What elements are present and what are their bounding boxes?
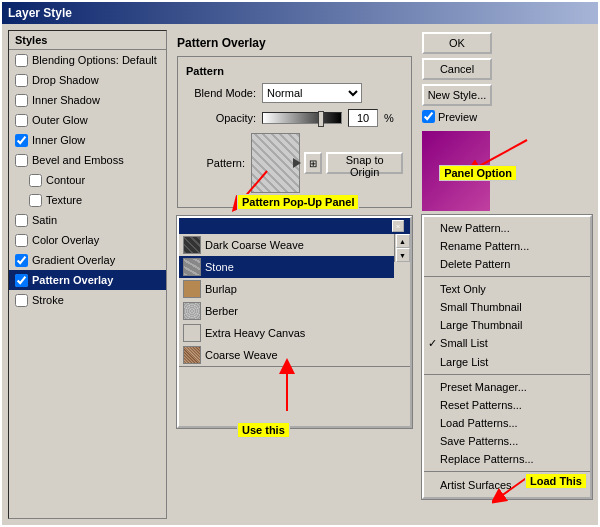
thumb-dark	[183, 236, 201, 254]
style-item-satin[interactable]: Satin	[9, 210, 166, 230]
pattern-row: Pattern: ⊞ Snap to Origin	[186, 133, 403, 193]
scroll-up-button[interactable]: ▲	[396, 234, 410, 248]
blend-mode-select[interactable]: Normal	[262, 83, 362, 103]
menu-item-new-pattern[interactable]: New Pattern...	[424, 219, 590, 237]
menu-item-save-patterns[interactable]: Save Patterns...	[424, 432, 590, 450]
texture-checkbox[interactable]	[29, 194, 42, 207]
popup-close-button[interactable]: ×	[392, 220, 404, 232]
thumb-stone	[183, 258, 201, 276]
preview-checkbox[interactable]	[422, 110, 435, 123]
style-item-gradient-overlay[interactable]: Gradient Overlay	[9, 250, 166, 270]
style-label: Stroke	[32, 294, 64, 306]
make-default-button[interactable]: ⊞	[304, 152, 323, 174]
right-buttons: OK Cancel New Style... Preview	[422, 30, 492, 123]
cursor-icon: ↖	[564, 478, 574, 492]
menu-item-artist-surfaces[interactable]: Artist Surfaces ↖	[424, 475, 590, 495]
style-item-blending[interactable]: Blending Options: Default	[9, 50, 166, 70]
style-item-pattern-overlay[interactable]: Pattern Overlay	[9, 270, 166, 290]
pattern-preview-swatch[interactable]	[251, 133, 300, 193]
popup-item-burlap[interactable]: Burlap	[179, 278, 394, 300]
dropdown-arrow-icon	[293, 158, 301, 168]
menu-item-rename-pattern[interactable]: Rename Pattern...	[424, 237, 590, 255]
stroke-checkbox[interactable]	[15, 294, 28, 307]
popup-scrollbar[interactable]: ▲ ▼	[394, 234, 410, 262]
menu-item-reset-patterns[interactable]: Reset Patterns...	[424, 396, 590, 414]
new-style-button[interactable]: New Style...	[422, 84, 492, 106]
popup-item-label: Stone	[205, 261, 234, 273]
inner-shadow-checkbox[interactable]	[15, 94, 28, 107]
outer-glow-checkbox[interactable]	[15, 114, 28, 127]
thumb-berber	[183, 302, 201, 320]
style-label: Blending Options: Default	[32, 54, 157, 66]
preview-label: Preview	[438, 111, 477, 123]
popup-item-berber[interactable]: Berber	[179, 300, 394, 322]
style-item-texture[interactable]: Texture	[9, 190, 166, 210]
opacity-slider[interactable]	[262, 112, 342, 124]
right-panel: OK Cancel New Style... Preview Panel Opt…	[422, 30, 592, 519]
menu-item-small-thumbnail[interactable]: Small Thumbnail	[424, 298, 590, 316]
window-title: Layer Style	[8, 6, 72, 20]
popup-item-stone[interactable]: Stone	[179, 256, 394, 278]
thumb-canvas	[183, 324, 201, 342]
menu-item-delete-pattern[interactable]: Delete Pattern	[424, 255, 590, 273]
style-label: Outer Glow	[32, 114, 88, 126]
thumb-weave	[183, 346, 201, 364]
style-item-inner-shadow[interactable]: Inner Shadow	[9, 90, 166, 110]
menu-item-preset-manager[interactable]: Preset Manager...	[424, 378, 590, 396]
menu-item-small-list[interactable]: Small List	[424, 334, 590, 353]
snap-to-origin-button[interactable]: Snap to Origin	[326, 152, 403, 174]
satin-checkbox[interactable]	[15, 214, 28, 227]
popup-item-dark-coarse-weave[interactable]: Dark Coarse Weave	[179, 234, 394, 256]
style-item-contour[interactable]: Contour	[9, 170, 166, 190]
style-item-bevel[interactable]: Bevel and Emboss	[9, 150, 166, 170]
menu-item-large-list[interactable]: Large List	[424, 353, 590, 371]
color-swatch	[422, 131, 490, 211]
slider-thumb	[318, 111, 324, 127]
popup-panel: × Dark Coarse Weave	[177, 216, 412, 428]
color-overlay-checkbox[interactable]	[15, 234, 28, 247]
menu-item-text-only[interactable]: Text Only	[424, 280, 590, 298]
cancel-button[interactable]: Cancel	[422, 58, 492, 80]
popup-item-label: Coarse Weave	[205, 349, 278, 361]
popup-item-extra-heavy-canvas[interactable]: Extra Heavy Canvas	[179, 322, 394, 344]
opacity-label: Opacity:	[186, 112, 256, 124]
ok-button[interactable]: OK	[422, 32, 492, 54]
style-item-inner-glow[interactable]: Inner Glow	[9, 130, 166, 150]
style-item-stroke[interactable]: Stroke	[9, 290, 166, 310]
popup-item-label: Berber	[205, 305, 238, 317]
contour-checkbox[interactable]	[29, 174, 42, 187]
popup-item-coarse-weave[interactable]: Coarse Weave	[179, 344, 394, 366]
menu-item-replace-patterns[interactable]: Replace Patterns...	[424, 450, 590, 468]
style-item-color-overlay[interactable]: Color Overlay	[9, 230, 166, 250]
blending-checkbox[interactable]	[15, 54, 28, 67]
style-label: Inner Shadow	[32, 94, 100, 106]
style-label: Texture	[46, 194, 82, 206]
popup-header: ×	[179, 218, 410, 234]
style-label: Bevel and Emboss	[32, 154, 124, 166]
preview-row: Preview	[422, 110, 492, 123]
style-item-outer-glow[interactable]: Outer Glow	[9, 110, 166, 130]
styles-header: Styles	[9, 31, 166, 50]
menu-item-large-thumbnail[interactable]: Large Thumbnail	[424, 316, 590, 334]
context-menu: New Pattern... Rename Pattern... Delete …	[422, 215, 592, 499]
menu-item-load-patterns[interactable]: Load Patterns...	[424, 414, 590, 432]
scroll-down-button[interactable]: ▼	[396, 248, 410, 262]
popup-item-label: Extra Heavy Canvas	[205, 327, 305, 339]
pattern-box-title: Pattern	[186, 65, 403, 77]
pattern-overlay-checkbox[interactable]	[15, 274, 28, 287]
gradient-overlay-checkbox[interactable]	[15, 254, 28, 267]
layer-style-window: Layer Style Styles Blending Options: Def…	[0, 0, 600, 527]
titlebar: Layer Style	[2, 2, 598, 24]
pattern-box: Pattern Blend Mode: Normal Opacity:	[177, 56, 412, 208]
opacity-input[interactable]	[348, 109, 378, 127]
popup-list: Dark Coarse Weave Stone Burlap	[179, 234, 394, 366]
bevel-checkbox[interactable]	[15, 154, 28, 167]
style-item-drop-shadow[interactable]: Drop Shadow	[9, 70, 166, 90]
separator-1	[424, 276, 590, 277]
section-title: Pattern Overlay	[177, 36, 412, 50]
inner-glow-checkbox[interactable]	[15, 134, 28, 147]
popup-item-label: Burlap	[205, 283, 237, 295]
make-default-icon: ⊞	[309, 158, 317, 169]
drop-shadow-checkbox[interactable]	[15, 74, 28, 87]
style-label: Pattern Overlay	[32, 274, 113, 286]
